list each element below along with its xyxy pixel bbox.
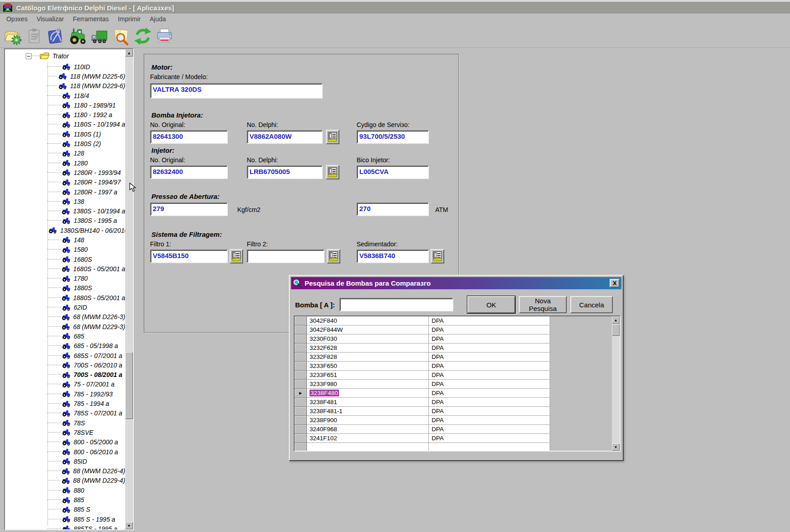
tree-root-trator[interactable]: Trator: [26, 51, 69, 61]
menu-ajuda[interactable]: Ajuda: [145, 14, 170, 24]
filtro2-lookup-button[interactable]: [327, 249, 340, 264]
tree-item[interactable]: 1180S (1): [5, 129, 125, 139]
compass-button[interactable]: [45, 26, 67, 47]
tree-item[interactable]: 1180 - 1989/91: [5, 100, 125, 110]
grid-row-selector[interactable]: ►: [295, 416, 307, 425]
grid-row[interactable]: ► 3238F480 DPA: [295, 389, 612, 398]
tree-item[interactable]: 885 S: [5, 505, 125, 514]
filtro1-lookup-button[interactable]: [230, 249, 243, 264]
tree-item[interactable]: 785 - 1992/93: [5, 389, 125, 399]
tree-item[interactable]: 78SVE: [5, 428, 125, 437]
grid-row[interactable]: ► 3238F481 DPA: [295, 398, 612, 407]
tree-item[interactable]: 1280R - 1994/97: [5, 178, 125, 187]
tree-item[interactable]: 800 - 05/2000 a: [5, 438, 125, 447]
tree-item[interactable]: 88 (MWM D229-4): [5, 476, 125, 485]
tree-item[interactable]: 785S - 07/2001 a: [5, 409, 125, 418]
dialog-close-icon[interactable]: X: [610, 279, 620, 287]
grid-row[interactable]: ► 3232F628 DPA: [295, 344, 612, 353]
tree-item[interactable]: 885: [5, 495, 125, 504]
tree-item[interactable]: 880: [5, 485, 125, 495]
grid-row[interactable]: ► 3233F651 DPA: [295, 371, 612, 380]
tree-item[interactable]: 885 S - 1995 a: [5, 514, 125, 524]
tree-item[interactable]: 138: [5, 197, 125, 206]
tree-item[interactable]: 1180S (2): [5, 139, 125, 148]
tractor-button[interactable]: [67, 26, 89, 47]
tree-item[interactable]: 118 (MWM D229-6): [5, 81, 125, 91]
tree-item[interactable]: 1180S - 10/1994 a: [5, 120, 125, 129]
tree-item[interactable]: 1280: [5, 158, 125, 168]
grid-row-selector[interactable]: ►: [295, 398, 307, 407]
grid-row-selector[interactable]: ►: [295, 380, 307, 389]
sedimentador-field[interactable]: V5836B740: [357, 250, 429, 263]
grid-row[interactable]: ►: [295, 443, 612, 451]
injetor-no-original-field[interactable]: 82632400: [150, 165, 228, 179]
tree-item[interactable]: 1180 - 1992 a: [5, 110, 125, 119]
tree-item[interactable]: 1680S - 05/2001 a: [5, 264, 125, 273]
grid-row[interactable]: ► 3042F844W DPA: [295, 325, 612, 334]
grid-row-selector[interactable]: ►: [295, 316, 307, 325]
bomba-no-original-field[interactable]: 82641300: [150, 130, 228, 144]
tree-item[interactable]: 785 - 1994 a: [5, 399, 125, 408]
tree-item[interactable]: 700S - 08/2001 a: [5, 370, 125, 380]
tree-item[interactable]: 75 - 07/2001 a: [5, 380, 125, 389]
tree-scroll-thumb[interactable]: [125, 352, 133, 419]
grid-row-selector[interactable]: ►: [295, 325, 307, 334]
grid-row-selector[interactable]: ►: [295, 371, 307, 380]
tree-item[interactable]: 110ID: [5, 62, 125, 71]
tree-item[interactable]: 68 (MWM D229-3): [5, 322, 125, 331]
tree-item[interactable]: 85ID: [5, 457, 125, 466]
bomba-no-delphi-field[interactable]: V8862A080W: [247, 130, 323, 144]
tree-item[interactable]: 68 (MWM D226-3): [5, 312, 125, 322]
menu-imprimir[interactable]: Imprimir: [113, 14, 146, 24]
pressao-atm-field[interactable]: 270: [357, 202, 429, 216]
grid-row[interactable]: ► 3232F828 DPA: [295, 353, 612, 362]
grid-row-selector[interactable]: ►: [295, 389, 307, 398]
grid-scroll-thumb[interactable]: [612, 324, 620, 336]
grid-row[interactable]: ► 3230F030 DPA: [295, 334, 612, 344]
grid-row-selector[interactable]: ►: [295, 434, 307, 443]
grid-row[interactable]: ► 3238F481-1 DPA: [295, 407, 612, 416]
grid-row-selector[interactable]: ►: [295, 443, 307, 451]
tree-item[interactable]: 88 (MWM D226-4): [5, 466, 125, 476]
grid-row[interactable]: ► 3238F900 DPA: [295, 416, 612, 425]
tree-item[interactable]: 1380S/BH140 - 06/2010 a: [5, 226, 125, 235]
tree-scroll-down-icon[interactable]: ▼: [125, 522, 133, 529]
injetor-no-delphi-field[interactable]: LRB6705005: [247, 165, 323, 179]
menu-ferramentas[interactable]: Ferramentas: [68, 14, 113, 24]
bico-injetor-field[interactable]: L005CVA: [357, 165, 429, 179]
nova-pesquisa-button[interactable]: Nova Pesquisa: [519, 296, 567, 313]
grid-scroll-up-icon[interactable]: ▲: [612, 316, 620, 324]
tree-item[interactable]: 1780: [5, 274, 125, 283]
truck-button[interactable]: [89, 26, 110, 47]
tree-item[interactable]: 800 - 06/2010 a: [5, 447, 125, 457]
tree-item[interactable]: 685: [5, 331, 125, 341]
grid-row[interactable]: ► 3233F980 DPA: [295, 380, 612, 389]
tree-item[interactable]: 685 - 05/1998 a: [5, 341, 125, 351]
fabricante-field[interactable]: VALTRA 320DS: [150, 83, 323, 99]
tree-collapse-icon[interactable]: [26, 53, 32, 59]
tree-item[interactable]: 62ID: [5, 302, 125, 312]
refresh-button[interactable]: [132, 26, 154, 47]
tree-scroll-up-icon[interactable]: ▲: [125, 49, 133, 56]
tree-item[interactable]: 1380S - 10/1994 a: [5, 206, 125, 216]
tree-item[interactable]: 685S - 07/2001 a: [5, 351, 125, 360]
menu-visualizar[interactable]: Visualizar: [32, 14, 68, 24]
tree-item[interactable]: 700S - 06/2010 a: [5, 360, 125, 370]
pressao-kgf-field[interactable]: 279: [150, 202, 228, 216]
tree-item[interactable]: 78S: [5, 418, 125, 428]
filtro2-field[interactable]: [247, 250, 324, 263]
grid-row[interactable]: ► 3241F102 DPA: [295, 434, 612, 443]
tree-item[interactable]: 885TS - 1995 a: [5, 524, 125, 529]
grid-scroll-down-icon[interactable]: ▼: [612, 443, 620, 451]
tree-item[interactable]: 1280R - 1993/94: [5, 168, 125, 177]
clipboard-button[interactable]: [24, 26, 45, 47]
tree-item[interactable]: 1880S: [5, 283, 125, 293]
sedimentador-lookup-button[interactable]: [431, 249, 444, 264]
grid-row-selector[interactable]: ►: [295, 334, 307, 344]
tree-item[interactable]: 118 (MWM D225-6): [5, 71, 125, 81]
options-folder-button[interactable]: [2, 26, 24, 47]
grid-row-selector[interactable]: ►: [295, 353, 307, 362]
tree-item[interactable]: 1680S: [5, 254, 125, 264]
injetor-delphi-lookup-button[interactable]: [326, 165, 339, 179]
grid-row-selector[interactable]: ►: [295, 344, 307, 353]
